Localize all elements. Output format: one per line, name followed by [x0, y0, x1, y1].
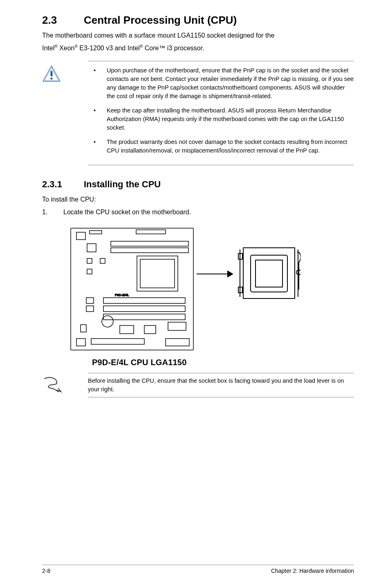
intro-paragraph-line2: Intel® Xeon® E3-1200 v3 and Intel® Core™…: [42, 43, 354, 54]
text-fragment: Xeon: [58, 45, 75, 52]
warning-list: Upon purchase of the motherboard, ensure…: [88, 66, 354, 155]
warning-icon-slot: [42, 61, 88, 84]
svg-rect-27: [91, 339, 144, 344]
svg-rect-6: [90, 231, 102, 234]
svg-rect-8: [87, 244, 96, 252]
svg-rect-25: [168, 322, 186, 330]
footer-chapter: Chapter 2: Hardware information: [271, 568, 354, 574]
svg-marker-31: [228, 271, 233, 277]
intro-paragraph-line1: The motherboard comes with a surface mou…: [42, 31, 354, 41]
step-item: Locate the CPU socket on the motherboard…: [42, 207, 354, 218]
note-callout: Before installing the CPU, ensure that t…: [42, 373, 354, 397]
section-heading: 2.3 Central Processing Unit (CPU): [42, 14, 354, 27]
note-body: Before installing the CPU, ensure that t…: [88, 373, 354, 397]
subsection-title: Installing the CPU: [84, 179, 161, 190]
svg-text:P9D-E/4L: P9D-E/4L: [115, 293, 129, 297]
svg-rect-13: [111, 248, 188, 253]
text-fragment: E3-1200 v3 and Intel: [78, 45, 140, 52]
svg-rect-5: [76, 232, 85, 240]
svg-rect-2: [51, 71, 53, 76]
svg-point-22: [102, 316, 113, 327]
svg-rect-23: [120, 325, 134, 334]
note-text: Before installing the CPU, ensure that t…: [88, 377, 354, 394]
svg-rect-16: [86, 298, 94, 303]
page-footer: 2-8 Chapter 2: Hardware information: [42, 565, 354, 574]
warning-icon: [42, 65, 61, 83]
install-intro: To install the CPU:: [42, 195, 354, 205]
svg-rect-14: [137, 256, 178, 291]
note-icon-slot: [42, 373, 88, 394]
warning-item: Keep the cap after installing the mother…: [88, 106, 354, 132]
svg-rect-21: [81, 325, 86, 332]
subsection-heading: 2.3.1 Installing the CPU: [42, 179, 354, 190]
svg-rect-7: [136, 230, 166, 234]
svg-point-3: [50, 77, 52, 79]
svg-rect-9: [87, 258, 92, 263]
svg-rect-26: [166, 339, 189, 346]
registered-mark: ®: [54, 44, 57, 49]
warning-item: The product warranty does not cover dama…: [88, 138, 354, 155]
steps-list: Locate the CPU socket on the motherboard…: [42, 207, 354, 218]
svg-rect-12: [111, 241, 188, 246]
hand-note-icon: [42, 377, 63, 393]
svg-rect-24: [144, 325, 156, 334]
warning-callout: Upon purchase of the motherboard, ensure…: [42, 61, 354, 165]
svg-rect-18: [103, 298, 185, 303]
text-fragment: Intel: [42, 45, 54, 52]
svg-rect-32: [251, 255, 287, 292]
svg-rect-11: [87, 269, 92, 274]
diagram-caption: P9D-E/4L CPU LGA1150: [92, 358, 354, 367]
svg-rect-28: [76, 339, 85, 346]
text-fragment: Core™ i3 processor.: [143, 45, 204, 52]
warning-item: Upon purchase of the motherboard, ensure…: [88, 66, 354, 101]
svg-rect-33: [256, 260, 282, 287]
section-title: Central Processing Unit (CPU): [84, 14, 237, 27]
footer-page-number: 2-8: [42, 568, 50, 574]
cpu-socket-diagram: P9D-E/4L P9D-E: [63, 225, 354, 367]
warning-body: Upon purchase of the motherboard, ensure…: [88, 61, 354, 165]
subsection-number: 2.3.1: [42, 179, 84, 190]
svg-rect-17: [86, 306, 94, 312]
registered-mark: ®: [74, 44, 77, 49]
svg-rect-15: [140, 259, 175, 288]
svg-rect-10: [100, 258, 105, 263]
section-number: 2.3: [42, 14, 84, 27]
motherboard-diagram-svg: P9D-E/4L: [63, 225, 300, 356]
svg-rect-19: [103, 306, 185, 312]
svg-rect-20: [103, 314, 185, 320]
